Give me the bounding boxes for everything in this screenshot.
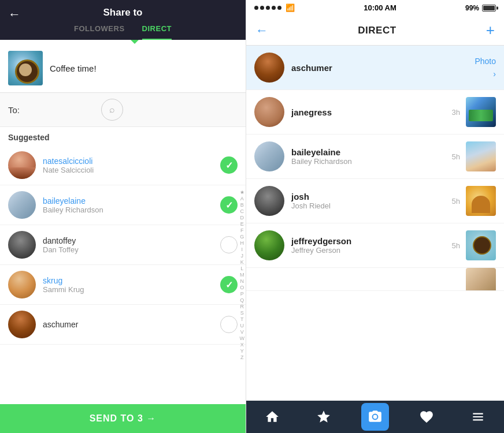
signal-dot: [272, 6, 276, 10]
contact-info-dantoffey: dantoffey Dan Toffey: [43, 236, 220, 254]
dm-avatar-aschumer: [254, 53, 284, 83]
avatar-aschumer: [8, 311, 36, 338]
battery-percent: 99%: [465, 4, 479, 12]
dm-username-josh: josh: [291, 192, 452, 201]
check-icon-natesalciccioli: ✓: [225, 160, 233, 171]
dm-username-janegress: janegress: [291, 107, 452, 117]
dm-thumb-baileyelaine: [466, 141, 496, 171]
check-icon-baileyelaine: ✓: [225, 200, 233, 211]
nav-profile-button[interactable]: [464, 403, 492, 431]
suggested-label: Suggested: [0, 127, 246, 145]
post-caption: Coffee time!: [50, 64, 97, 73]
selected-avatar-3[interactable]: [74, 99, 96, 121]
battery-fill: [483, 6, 495, 10]
dm-row-jeffreydgerson[interactable]: jeffreydgerson Jeffrey Gerson 5h: [246, 223, 504, 268]
dm-thumb-josh: [466, 186, 496, 216]
dm-photo-arrow: ›: [493, 69, 496, 79]
avatar-skrug: [8, 271, 36, 298]
signal-dots: 📶: [254, 3, 295, 12]
post-thumbnail: [8, 51, 43, 85]
dm-row-baileyelaine[interactable]: baileyelaine Bailey Richardson 5h: [246, 135, 504, 179]
contact-row-skrug[interactable]: skrug Sammi Krug ✓: [0, 265, 246, 305]
selected-avatar-2[interactable]: [49, 99, 71, 121]
nav-heart-button[interactable]: [413, 403, 440, 431]
tab-followers[interactable]: FOLLOWERS: [74, 24, 125, 40]
contact-row-baileyelaine[interactable]: baileyelaine Bailey Richardson ✓: [0, 185, 246, 225]
dm-meta-josh: 5h: [452, 197, 460, 206]
send-button[interactable]: SEND TO 3 →: [0, 404, 246, 433]
right-panel: 📶 10:00 AM 99% ← DIRECT + aschumer Photo…: [246, 0, 504, 433]
dm-avatar-janegress: [254, 97, 284, 127]
dm-thumb-janegress: [466, 97, 496, 127]
contact-username-natesalciccioli: natesalciccioli: [43, 156, 220, 166]
camera-icon: [368, 409, 383, 424]
right-back-button[interactable]: ←: [255, 23, 268, 38]
signal-dot: [266, 6, 270, 10]
left-panel: ← Share to FOLLOWERS DIRECT Coffee time!…: [0, 0, 246, 433]
check-natesalciccioli[interactable]: ✓: [220, 156, 238, 174]
dm-subname-josh: Josh Riedel: [291, 201, 452, 210]
signal-dot: [254, 6, 258, 10]
dm-photo-label[interactable]: Photo: [475, 57, 496, 66]
status-time: 10:00 AM: [364, 3, 396, 12]
nav-explore-button[interactable]: [310, 403, 338, 431]
dm-avatar-baileyelaine: [254, 141, 284, 171]
profile-icon: [470, 409, 486, 424]
dm-username-jeffreydgerson: jeffreydgerson: [291, 236, 452, 246]
dm-subname-baileyelaine: Bailey Richardson: [291, 157, 452, 166]
contact-username-dantoffey: dantoffey: [43, 236, 220, 245]
wifi-icon: 📶: [286, 3, 295, 12]
heart-icon: [419, 409, 434, 424]
dm-row-josh[interactable]: josh Josh Riedel 5h: [246, 179, 504, 223]
tab-indicator: [0, 39, 246, 44]
check-baileyelaine[interactable]: ✓: [220, 196, 238, 214]
dm-meta-aschumer: Photo ›: [475, 57, 496, 79]
check-icon-skrug: ✓: [225, 279, 233, 290]
left-back-button[interactable]: ←: [8, 7, 21, 22]
contact-info-aschumer: aschumer: [43, 320, 220, 329]
search-button[interactable]: ⌕: [101, 99, 123, 121]
dm-info-janegress: janegress: [291, 107, 452, 117]
to-row: To: ⌕: [0, 93, 246, 127]
contact-info-skrug: skrug Sammi Krug: [43, 276, 220, 294]
home-icon: [265, 409, 280, 424]
contact-username-baileyelaine: baileyelaine: [43, 196, 220, 206]
dm-row-aschumer[interactable]: aschumer Photo ›: [246, 46, 504, 90]
dm-info-josh: josh Josh Riedel: [291, 192, 452, 210]
nav-camera-button[interactable]: [361, 403, 389, 431]
dm-time-janegress: 3h: [452, 108, 460, 117]
check-dantoffey[interactable]: [220, 236, 238, 253]
dm-meta-jeffreydgerson: 5h: [452, 241, 460, 250]
post-thumbnail-image: [8, 51, 43, 85]
dm-subname-jeffreydgerson: Jeffrey Gerson: [291, 246, 452, 255]
contact-fullname-natesalciccioli: Nate Salciccioli: [43, 166, 220, 174]
contact-username-skrug: skrug: [43, 276, 220, 285]
dm-username-baileyelaine: baileyelaine: [291, 147, 452, 157]
tab-direct[interactable]: DIRECT: [142, 24, 172, 40]
avatar-natesalciccioli: [8, 151, 36, 179]
left-tabs: FOLLOWERS DIRECT: [0, 24, 246, 40]
right-title: DIRECT: [358, 25, 396, 36]
post-preview: Coffee time!: [0, 44, 246, 93]
nav-home-button[interactable]: [258, 403, 286, 431]
dm-thumb-jeffreydgerson: [466, 230, 496, 260]
dm-time-baileyelaine: 5h: [452, 152, 460, 161]
left-header: ← Share to FOLLOWERS DIRECT: [0, 0, 246, 40]
avatar-dantoffey: [8, 231, 36, 259]
selected-avatar-1[interactable]: [24, 99, 46, 121]
contact-row-dantoffey[interactable]: dantoffey Dan Toffey: [0, 225, 246, 265]
contacts-list: natesalciccioli Nate Salciccioli ✓ baile…: [0, 145, 246, 404]
contact-row-natesalciccioli[interactable]: natesalciccioli Nate Salciccioli ✓: [0, 145, 246, 185]
star-icon: [316, 409, 331, 424]
right-plus-button[interactable]: +: [486, 21, 495, 39]
contact-row-aschumer[interactable]: aschumer: [0, 305, 246, 345]
battery-icon: [482, 5, 496, 12]
contact-fullname-skrug: Sammi Krug: [43, 285, 220, 294]
check-aschumer[interactable]: [220, 316, 238, 333]
dm-row-janegress[interactable]: janegress 3h: [246, 90, 504, 135]
contact-fullname-baileyelaine: Bailey Richardson: [43, 206, 220, 214]
contact-info-baileyelaine: baileyelaine Bailey Richardson: [43, 196, 220, 214]
check-skrug[interactable]: ✓: [220, 276, 238, 293]
dm-row-partial[interactable]: [246, 268, 504, 291]
dm-list: aschumer Photo › janegress 3h baileyelai…: [246, 46, 504, 401]
